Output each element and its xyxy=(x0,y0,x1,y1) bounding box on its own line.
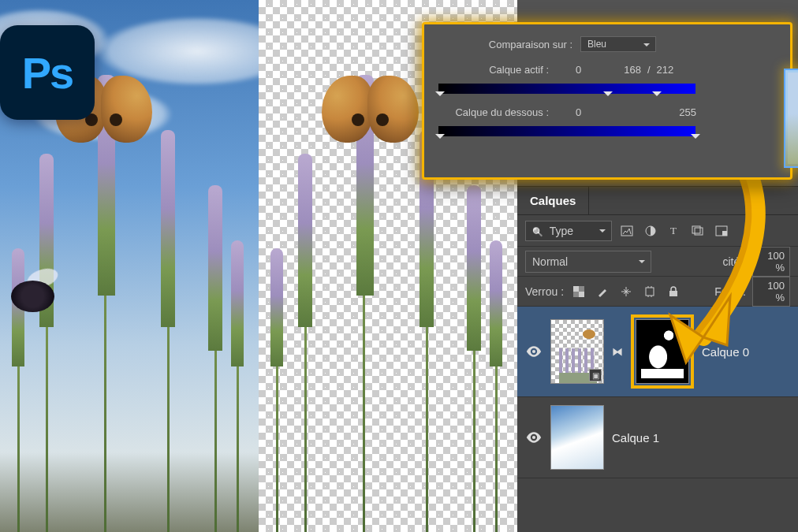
blendif-channel-value: Bleu xyxy=(587,39,606,50)
opacity-label: cité : xyxy=(722,255,746,268)
layer-mask-thumbnail[interactable] xyxy=(636,319,689,384)
lock-transparency-icon[interactable] xyxy=(570,283,587,300)
blendif-this-low: 0 xyxy=(576,64,581,76)
fill-label: Fond : xyxy=(714,285,746,298)
layer-mask-highlight[interactable] xyxy=(631,314,694,389)
layer-name[interactable]: Calque 1 xyxy=(612,431,659,445)
filter-adjust-icon[interactable] xyxy=(642,222,659,240)
eye-icon xyxy=(526,346,542,357)
blendif-this-high: 212 xyxy=(657,64,674,76)
blendif-preview-thumb[interactable] xyxy=(784,69,798,168)
filter-smart-icon[interactable] xyxy=(713,222,730,240)
layer-thumbnail[interactable] xyxy=(550,405,604,470)
lock-all-icon[interactable] xyxy=(665,283,682,300)
photoshop-logo-text: Ps xyxy=(22,47,73,99)
lock-artboard-icon[interactable] xyxy=(641,283,658,300)
blend-if-panel: Comparaison sur : Bleu Calque actif : 0 … xyxy=(422,22,792,180)
svg-rect-9 xyxy=(573,286,579,292)
layer-row[interactable]: ▣ ⧓ Calque 0 xyxy=(517,307,798,397)
slider-handle-black[interactable] xyxy=(435,134,445,143)
filter-type-icon[interactable]: T xyxy=(666,222,683,240)
filter-shape-icon[interactable] xyxy=(689,222,707,240)
blendif-this-layer-slider[interactable] xyxy=(438,84,695,94)
bee-decor xyxy=(3,265,74,320)
blend-mode-value: Normal xyxy=(532,255,568,268)
layer-filter-bar: Type T xyxy=(517,215,798,247)
fill-input[interactable]: 100 % xyxy=(752,277,790,307)
layer-filter-select[interactable]: Type xyxy=(525,221,612,241)
tab-layers[interactable]: Calques xyxy=(517,187,589,214)
blendif-under-layer-slider[interactable] xyxy=(438,126,695,136)
svg-rect-11 xyxy=(646,288,654,296)
svg-point-13 xyxy=(532,350,535,353)
filter-pixel-icon[interactable] xyxy=(618,222,636,240)
blendif-under-layer-label: Calque du dessous : xyxy=(438,106,549,118)
layer-row[interactable]: Calque 1 xyxy=(517,397,798,478)
layer-visibility-toggle[interactable] xyxy=(525,432,543,443)
svg-rect-10 xyxy=(579,292,584,297)
layer-name[interactable]: Calque 0 xyxy=(702,345,749,359)
blendif-channel-select[interactable]: Bleu xyxy=(580,36,656,52)
svg-rect-7 xyxy=(722,231,727,236)
blendif-this-layer-label: Calque actif : xyxy=(438,64,549,76)
layer-filter-label: Type xyxy=(550,225,573,237)
tab-layers-label: Calques xyxy=(530,194,576,207)
svg-text:T: T xyxy=(670,225,677,236)
svg-rect-12 xyxy=(669,291,677,296)
svg-rect-1 xyxy=(621,226,632,236)
blendif-sep: / xyxy=(647,64,651,76)
svg-rect-4 xyxy=(695,228,703,235)
lock-label: Verrou : xyxy=(525,285,564,298)
slider-handle-white-split-l[interactable] xyxy=(603,91,613,101)
slider-handle-white[interactable] xyxy=(691,134,700,143)
blendif-under-low: 0 xyxy=(576,106,581,118)
blendif-compare-label: Comparaison sur : xyxy=(462,39,572,50)
layer-thumbnail[interactable]: ▣ xyxy=(550,319,604,384)
smart-object-icon: ▣ xyxy=(589,369,602,381)
blendif-this-mid: 168 xyxy=(624,64,641,76)
svg-point-14 xyxy=(532,436,535,439)
lock-position-icon[interactable] xyxy=(617,283,635,300)
lock-pixels-icon[interactable] xyxy=(594,283,611,300)
blendif-under-high: 255 xyxy=(679,106,696,118)
layers-panel: Calques Type T Normal cité : 100 % Verro… xyxy=(517,186,798,532)
eye-icon xyxy=(526,432,542,443)
mask-link-icon[interactable]: ⧓ xyxy=(612,345,623,358)
photoshop-logo: Ps xyxy=(0,25,95,120)
lock-row: Verrou : Fond : 100 % xyxy=(517,277,798,307)
opacity-input[interactable]: 100 % xyxy=(752,247,790,277)
layer-visibility-toggle[interactable] xyxy=(525,346,543,357)
slider-handle-white-split-r[interactable] xyxy=(652,91,662,101)
slider-handle-black[interactable] xyxy=(435,91,445,101)
svg-rect-5 xyxy=(692,226,700,233)
blend-mode-row: Normal cité : 100 % xyxy=(517,247,798,277)
blend-mode-select[interactable]: Normal xyxy=(525,251,651,273)
